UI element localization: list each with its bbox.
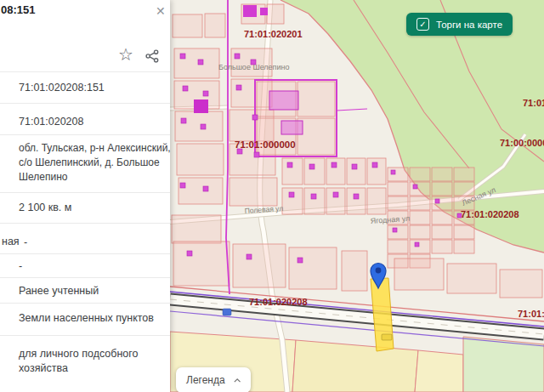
permitted-use-line: для личного подсобного <box>19 347 162 361</box>
divider <box>0 103 170 104</box>
cadastral-quarter-value: 71:01:020208 <box>19 115 162 129</box>
value-dash: - <box>24 236 162 250</box>
divider <box>0 253 170 254</box>
address-value: обл. Тульская, р-н Алексинский, с/о Шеле… <box>19 141 162 185</box>
share-icon[interactable] <box>144 48 160 67</box>
quarter-label: 71:01:02 <box>518 309 544 319</box>
quarter-label: 71:01:020208 <box>249 297 308 307</box>
torgi-toggle-button[interactable]: ✓ Торги на карте <box>406 13 513 36</box>
permitted-use-line: хозяйства <box>19 361 162 376</box>
divider <box>0 134 170 135</box>
quarter-label: 71:00:000000 <box>500 138 544 148</box>
favorite-star-icon[interactable]: ☆ <box>118 44 133 65</box>
divider <box>0 71 170 72</box>
address-line: Шелепино <box>19 170 162 185</box>
place-label: Большое Шелепино <box>218 63 289 71</box>
chevron-up-icon <box>234 378 241 383</box>
divider <box>0 223 170 224</box>
divider <box>0 192 170 193</box>
address-line: с/о Шелепинский, д. Большое <box>19 156 162 170</box>
road-shield-yellow <box>382 334 392 340</box>
address-line: обл. Тульская, р-н Алексинский, <box>19 141 162 156</box>
area-value: 2 100 кв. м <box>19 201 162 215</box>
value-dash: - <box>19 259 162 274</box>
map-container[interactable]: 71:01:020201 Большое Шелепино 71:01:0000… <box>170 0 544 392</box>
quarter-label: 71:01:020208 <box>461 209 519 219</box>
divider <box>0 277 170 278</box>
quarter-label: 71:01:000000 <box>235 139 296 150</box>
map-canvas[interactable]: 71:01:020201 Большое Шелепино 71:01:0000… <box>170 0 544 392</box>
cadastral-number-value: 71:01:020208:151 <box>19 81 162 95</box>
torgi-button-label: Торги на карте <box>436 20 502 30</box>
divider <box>0 335 170 336</box>
quarter-label: 71:01:02 <box>523 98 544 108</box>
road-shield-blue <box>223 309 231 315</box>
land-category-value: Земли населенных пунктов <box>19 311 162 326</box>
info-panel: 08:151 ✕ ☆ 71:01:020208:151 71:01:020208… <box>0 0 170 392</box>
divider <box>0 303 170 304</box>
checkbox-check-icon: ✓ <box>416 18 429 31</box>
legend-button[interactable]: Легенда <box>176 367 251 392</box>
close-icon[interactable]: ✕ <box>154 3 167 20</box>
permitted-use-value: для личного подсобного хозяйства <box>19 347 162 376</box>
legend-button-label: Легенда <box>186 374 225 386</box>
status-value: Ранее учтенный <box>19 284 162 298</box>
label-fragment: ная <box>2 236 20 247</box>
quarter-label: 71:01:020201 <box>244 29 303 39</box>
panel-title-fragment: 08:151 <box>1 3 35 16</box>
